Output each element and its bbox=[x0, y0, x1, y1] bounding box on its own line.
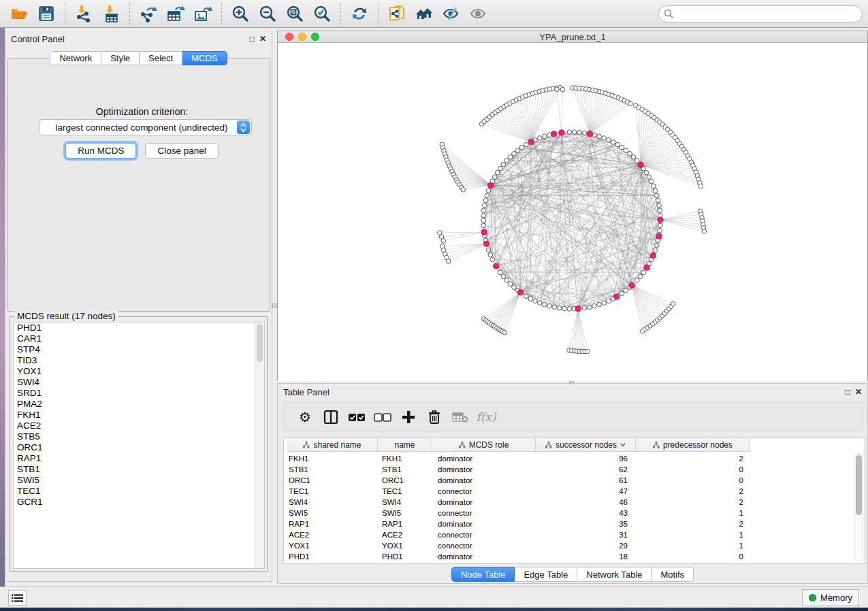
graph-ring-node[interactable] bbox=[515, 148, 520, 153]
graph-leaf-node[interactable] bbox=[702, 229, 707, 234]
column-header-MCDS-role[interactable]: MCDS role bbox=[432, 438, 536, 452]
mcds-result-item[interactable]: SWI5 bbox=[14, 475, 264, 486]
graph-mcds-node[interactable] bbox=[614, 294, 620, 299]
graph-ring-node[interactable] bbox=[649, 179, 654, 184]
graph-ring-node[interactable] bbox=[651, 184, 656, 188]
table-cell-name[interactable]: PHD1 bbox=[378, 551, 432, 562]
table-cell-mcds_role[interactable]: dominator bbox=[432, 551, 536, 562]
table-cell-successor_nodes[interactable]: 35 bbox=[536, 518, 636, 529]
mcds-result-item[interactable]: TID3 bbox=[14, 355, 264, 366]
network-titlebar[interactable]: YPA_prune.txt_1 bbox=[278, 31, 867, 43]
graph-mcds-node[interactable] bbox=[551, 131, 557, 137]
import-network-button[interactable] bbox=[70, 1, 97, 27]
mcds-result-item[interactable]: STB5 bbox=[14, 431, 264, 442]
graph-ring-node[interactable] bbox=[483, 203, 487, 208]
graph-ring-node[interactable] bbox=[572, 130, 577, 135]
graph-ring-node[interactable] bbox=[524, 294, 529, 299]
table-cell-shared_name[interactable]: SWI4 bbox=[287, 497, 378, 508]
zoom-in-button[interactable] bbox=[227, 1, 254, 27]
table-cell-predecessor_nodes[interactable]: 2 bbox=[636, 486, 750, 497]
show-panel-list-button[interactable] bbox=[8, 590, 27, 606]
graph-ring-node[interactable] bbox=[620, 291, 624, 296]
graph-ring-node[interactable] bbox=[597, 302, 602, 307]
create-column-button[interactable] bbox=[396, 404, 421, 430]
run-mcds-button[interactable]: Run MCDS bbox=[65, 143, 136, 159]
zoom-out-button[interactable] bbox=[254, 1, 281, 27]
table-cell-shared_name[interactable]: ACE2 bbox=[287, 529, 378, 540]
table-cell-successor_nodes[interactable]: 62 bbox=[536, 464, 636, 475]
graph-mcds-node[interactable] bbox=[484, 241, 489, 246]
deselect-all-columns-button[interactable] bbox=[370, 404, 396, 430]
table-cell-mcds_role[interactable]: dominator bbox=[432, 464, 536, 475]
node-table[interactable]: shared namenameMCDS rolesuccessor nodesp… bbox=[283, 437, 865, 564]
graph-ring-node[interactable] bbox=[528, 297, 533, 301]
mcds-list-scrollbar[interactable] bbox=[255, 323, 264, 568]
show-column-button[interactable] bbox=[318, 404, 344, 430]
table-cell-predecessor_nodes[interactable]: 0 bbox=[636, 551, 750, 562]
delete-column-button[interactable] bbox=[421, 404, 447, 430]
table-cell-predecessor_nodes[interactable]: 2 bbox=[636, 518, 750, 529]
graph-ring-node[interactable] bbox=[654, 193, 659, 198]
graph-ring-node[interactable] bbox=[524, 142, 529, 147]
graph-ring-node[interactable] bbox=[624, 148, 628, 153]
graph-mcds-node[interactable] bbox=[575, 306, 581, 312]
column-header-predecessor-nodes[interactable]: predecessor nodes bbox=[636, 438, 750, 452]
graph-leaf-node[interactable] bbox=[585, 349, 590, 354]
table-settings-button[interactable]: ⚙ bbox=[292, 404, 318, 430]
graph-leaf-node[interactable] bbox=[441, 239, 446, 244]
table-cell-name[interactable]: STB1 bbox=[378, 464, 432, 475]
mcds-result-item[interactable]: STP4 bbox=[14, 344, 264, 355]
graph-mcds-node[interactable] bbox=[559, 130, 564, 135]
column-header-successor-nodes[interactable]: successor nodes bbox=[536, 438, 636, 452]
table-cell-shared_name[interactable]: YOX1 bbox=[287, 540, 378, 551]
table-cell-shared_name[interactable]: ORC1 bbox=[287, 475, 378, 486]
graph-mcds-node[interactable] bbox=[528, 139, 534, 145]
graph-leaf-node[interactable] bbox=[671, 302, 676, 307]
mcds-result-item[interactable]: RAP1 bbox=[14, 453, 264, 464]
graph-ring-node[interactable] bbox=[538, 301, 543, 306]
graph-ring-node[interactable] bbox=[481, 223, 486, 228]
graph-leaf-node[interactable] bbox=[628, 101, 633, 106]
table-cell-shared_name[interactable]: RAP1 bbox=[287, 518, 378, 529]
graph-ring-node[interactable] bbox=[504, 159, 509, 163]
table-cell-mcds_role[interactable]: connector bbox=[432, 529, 536, 540]
table-cell-name[interactable]: ORC1 bbox=[378, 475, 432, 486]
graph-ring-node[interactable] bbox=[519, 145, 524, 150]
table-cell-predecessor_nodes[interactable]: 2 bbox=[636, 497, 750, 508]
mcds-result-item[interactable]: ORC1 bbox=[14, 442, 264, 453]
graph-mcds-node[interactable] bbox=[488, 182, 494, 188]
table-cell-predecessor_nodes[interactable]: 1 bbox=[636, 540, 750, 551]
graph-ring-node[interactable] bbox=[538, 136, 543, 141]
graph-ring-node[interactable] bbox=[493, 175, 498, 180]
open-file-button[interactable] bbox=[5, 1, 33, 27]
search-input[interactable] bbox=[658, 5, 863, 22]
zoom-selected-button[interactable] bbox=[308, 1, 336, 27]
graph-ring-node[interactable] bbox=[657, 203, 662, 208]
graph-ring-node[interactable] bbox=[607, 137, 611, 142]
mcds-result-item[interactable]: STB1 bbox=[14, 464, 264, 475]
table-cell-successor_nodes[interactable]: 29 bbox=[536, 540, 636, 551]
graph-mcds-node[interactable] bbox=[658, 217, 663, 222]
tab-network[interactable]: Network bbox=[50, 51, 101, 65]
mcds-result-item[interactable]: SRD1 bbox=[14, 388, 264, 399]
graph-ring-node[interactable] bbox=[615, 142, 620, 147]
table-cell-shared_name[interactable]: SWI5 bbox=[287, 508, 378, 518]
graph-ring-node[interactable] bbox=[504, 278, 509, 283]
graph-ring-node[interactable] bbox=[512, 285, 517, 290]
tab-network-table[interactable]: Network Table bbox=[577, 567, 652, 582]
graph-ring-node[interactable] bbox=[508, 282, 513, 286]
graph-ring-node[interactable] bbox=[602, 301, 607, 306]
table-cell-name[interactable]: SWI5 bbox=[378, 508, 432, 518]
table-cell-name[interactable]: ACE2 bbox=[378, 529, 432, 540]
table-cell-mcds_role[interactable]: connector bbox=[432, 486, 536, 497]
table-cell-successor_nodes[interactable]: 96 bbox=[536, 453, 636, 464]
graph-ring-node[interactable] bbox=[552, 305, 557, 310]
table-cell-shared_name[interactable]: FKH1 bbox=[287, 453, 378, 464]
table-cell-name[interactable]: TEC1 bbox=[378, 486, 432, 497]
criterion-select[interactable]: largest connected component (undirected) bbox=[39, 119, 252, 135]
mcds-result-list[interactable]: PHD1CAR1STP4TID3YOX1SWI4SRD1PMA2FKH1ACE2… bbox=[13, 322, 265, 569]
graph-ring-node[interactable] bbox=[533, 299, 538, 303]
graph-ring-node[interactable] bbox=[611, 140, 615, 145]
graph-ring-node[interactable] bbox=[567, 307, 572, 312]
table-cell-successor_nodes[interactable]: 46 bbox=[536, 497, 636, 508]
